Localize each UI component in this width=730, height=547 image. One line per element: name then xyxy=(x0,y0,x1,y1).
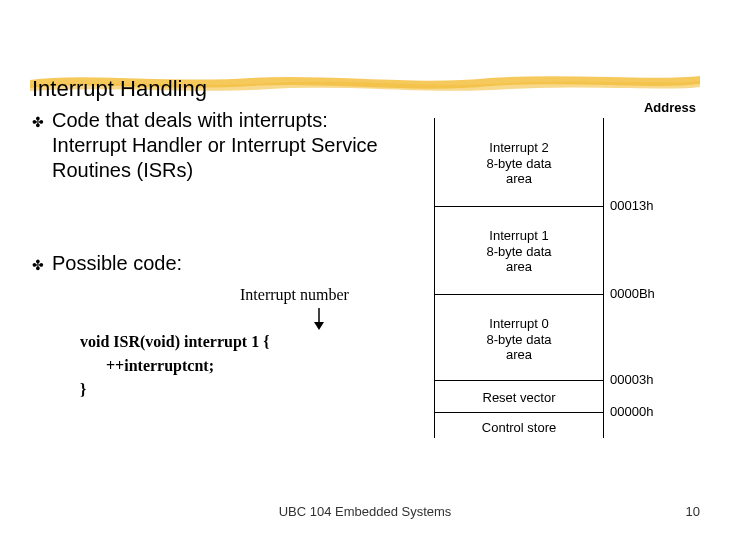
code-line-3: } xyxy=(80,378,269,402)
annotation-label: Interrupt number xyxy=(240,286,349,304)
divider xyxy=(435,206,603,207)
arrow-down-icon xyxy=(313,308,325,330)
segment-control-store: Control store xyxy=(435,420,603,436)
address-heading: Address xyxy=(644,100,696,115)
slide-title: Interrupt Handling xyxy=(32,76,207,102)
code-line-2: ++interruptcnt; xyxy=(80,354,269,378)
bullet-list: ✤ Code that deals with interrupts: Inter… xyxy=(32,108,402,276)
addr-00013h: 00013h xyxy=(610,198,653,213)
divider xyxy=(435,412,603,413)
bullet-item-2: ✤ Possible code: xyxy=(32,251,402,276)
divider xyxy=(435,294,603,295)
segment-reset-vector: Reset vector xyxy=(435,390,603,406)
memory-map-diagram: Address Interrupt 2 8-byte data area Int… xyxy=(434,100,694,445)
footer-text: UBC 104 Embedded Systems xyxy=(0,504,730,519)
divider xyxy=(435,380,603,381)
bullet-icon: ✤ xyxy=(32,114,44,132)
code-block: void ISR(void) interrupt 1 { ++interrupt… xyxy=(80,330,269,402)
code-line-1: void ISR(void) interrupt 1 { xyxy=(80,330,269,354)
memory-column: Interrupt 2 8-byte data area Interrupt 1… xyxy=(434,118,604,438)
bullet-item-1: ✤ Code that deals with interrupts: Inter… xyxy=(32,108,402,183)
addr-00003h: 00003h xyxy=(610,372,653,387)
segment-interrupt-2: Interrupt 2 8-byte data area xyxy=(435,140,603,187)
title-wrap: Interrupt Handling xyxy=(32,76,207,102)
segment-interrupt-0: Interrupt 0 8-byte data area xyxy=(435,316,603,363)
bullet-text-2: Possible code: xyxy=(52,251,182,276)
svg-marker-1 xyxy=(314,322,324,330)
segment-interrupt-1: Interrupt 1 8-byte data area xyxy=(435,228,603,275)
slide: Interrupt Handling ✤ Code that deals wit… xyxy=(0,0,730,547)
addr-00000h: 00000h xyxy=(610,404,653,419)
bullet-text-1: Code that deals with interrupts: Interru… xyxy=(52,108,402,183)
page-number: 10 xyxy=(686,504,700,519)
bullet-icon: ✤ xyxy=(32,257,44,275)
addr-0000Bh: 0000Bh xyxy=(610,286,655,301)
